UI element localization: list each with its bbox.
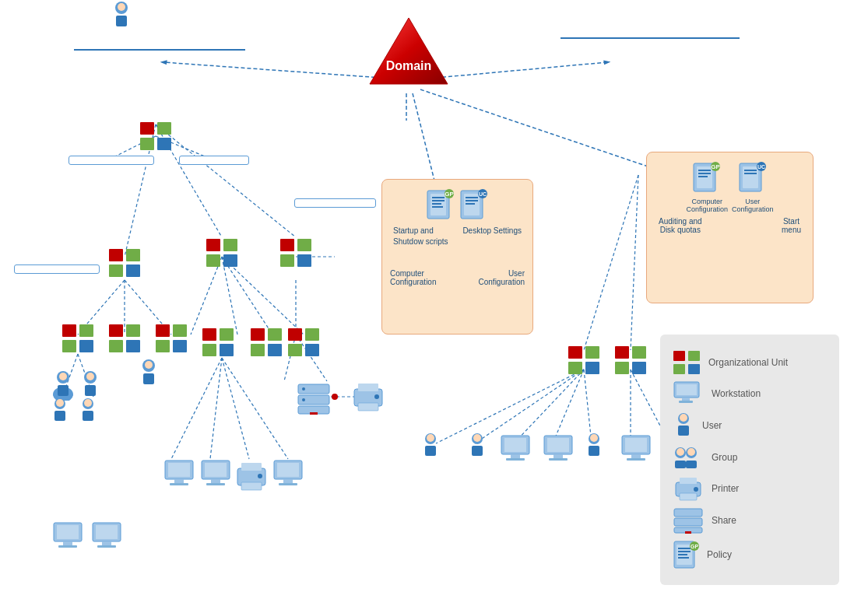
printer-1 [234,461,269,495]
svg-rect-205 [680,478,697,484]
group-policy-1-box: GP UC Startup and Shutdow scripts Deskto… [381,179,533,335]
svg-line-20 [171,358,222,459]
svg-rect-85 [615,346,629,359]
svg-rect-136 [506,458,525,461]
svg-line-5 [420,89,662,171]
svg-rect-187 [673,351,685,361]
svg-rect-76 [268,344,282,356]
svg-rect-65 [156,324,170,337]
svg-rect-140 [549,458,568,461]
svg-line-29 [553,370,584,443]
svg-rect-188 [688,351,700,361]
svg-rect-225 [96,525,118,539]
svg-line-22 [222,358,249,459]
svg-line-25 [631,175,638,350]
svg-rect-59 [62,340,76,352]
svg-rect-60 [79,340,93,352]
ou-level2-1 [107,247,142,282]
ou-level3-5 [249,327,283,361]
svg-point-201 [687,448,695,456]
svg-rect-75 [251,344,265,356]
svg-rect-80 [305,344,319,356]
computer-ll [51,521,85,555]
svg-rect-161 [432,197,445,198]
svg-rect-67 [156,340,170,352]
svg-rect-107 [83,411,93,421]
svg-point-132 [258,474,262,478]
svg-rect-226 [102,541,111,545]
user-4 [136,358,161,392]
svg-rect-58 [79,324,93,337]
svg-rect-73 [251,328,265,341]
svg-rect-120 [170,483,188,485]
svg-rect-72 [220,344,234,356]
svg-rect-139 [553,454,563,458]
svg-rect-227 [97,545,116,548]
computer-2 [199,459,233,493]
svg-point-158 [374,394,379,399]
svg-rect-116 [589,446,599,456]
svg-point-38 [332,394,338,400]
svg-rect-95 [85,385,96,396]
svg-rect-178 [698,176,708,177]
richard-info-box [294,198,376,208]
legend-item-policy: GP Policy [673,540,827,569]
svg-line-27 [475,370,584,443]
svg-rect-104 [54,411,65,421]
svg-rect-83 [568,362,582,374]
svg-rect-135 [511,454,520,458]
ou-right-1 [567,345,601,379]
svg-point-94 [86,373,94,380]
computer-1 [162,459,196,493]
svg-rect-49 [206,239,220,251]
ou-level3-3 [154,323,188,357]
svg-rect-122 [205,463,227,477]
john-info-box [179,156,249,165]
svg-rect-206 [680,493,697,500]
svg-line-24 [584,175,638,350]
svg-point-115 [590,434,598,442]
svg-line-23 [222,358,288,459]
svg-rect-86 [632,346,646,359]
svg-rect-131 [241,482,262,490]
svg-rect-71 [202,344,216,356]
svg-point-199 [676,448,684,456]
svg-rect-202 [675,461,686,468]
svg-rect-50 [223,239,237,251]
legend-item-workstation: Workstation [673,381,827,406]
svg-rect-110 [425,446,436,456]
svg-rect-56 [297,254,311,267]
svg-line-1 [163,62,381,78]
legend-item-group: Group [673,445,827,470]
svg-rect-177 [698,173,711,174]
svg-rect-44 [157,138,171,150]
svg-rect-82 [585,346,599,359]
svg-rect-41 [140,122,154,135]
svg-rect-84 [585,362,599,374]
svg-point-100 [145,361,153,369]
svg-rect-169 [466,197,478,198]
svg-point-106 [84,399,92,407]
svg-point-112 [473,434,481,442]
svg-rect-123 [211,479,220,483]
svg-rect-209 [674,518,702,526]
svg-rect-193 [682,398,690,401]
svg-text:UC: UC [757,164,765,170]
svg-point-152 [302,387,305,391]
domain-node: Domain [362,14,455,92]
svg-line-4 [413,93,436,187]
svg-rect-87 [615,362,629,374]
svg-rect-183 [744,170,757,171]
svg-rect-189 [673,364,685,374]
user-3 [109,0,134,34]
svg-rect-184 [744,173,757,174]
svg-rect-176 [698,170,711,171]
svg-line-21 [210,358,222,459]
computer-r2 [541,434,575,468]
svg-rect-78 [305,328,319,341]
svg-rect-163 [432,203,441,205]
svg-rect-154 [310,412,318,415]
svg-point-153 [302,398,305,401]
svg-rect-164 [432,206,443,208]
svg-rect-54 [297,239,311,251]
